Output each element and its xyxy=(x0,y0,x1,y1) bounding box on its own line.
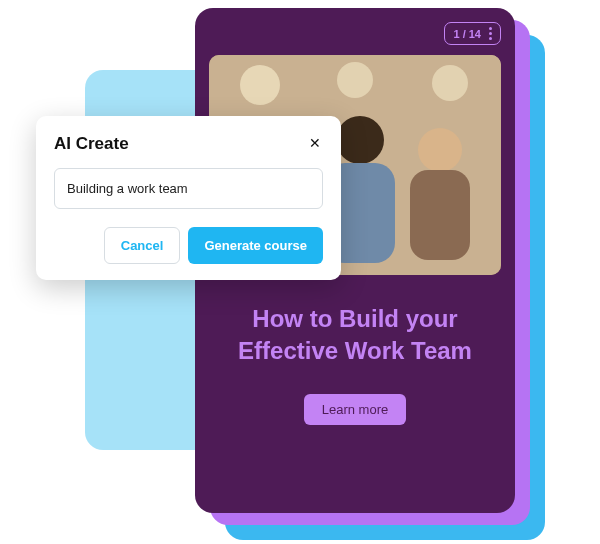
cancel-button[interactable]: Cancel xyxy=(104,227,181,264)
page-indicator-badge[interactable]: 1 / 14 xyxy=(444,22,501,45)
dialog-title: AI Create xyxy=(54,134,129,154)
generate-course-button[interactable]: Generate course xyxy=(188,227,323,264)
svg-point-3 xyxy=(432,65,468,101)
close-icon[interactable]: ✕ xyxy=(307,134,323,152)
svg-point-1 xyxy=(240,65,280,105)
svg-rect-9 xyxy=(410,170,470,260)
svg-point-8 xyxy=(418,128,462,172)
svg-point-2 xyxy=(337,62,373,98)
course-topic-input[interactable] xyxy=(54,168,323,209)
more-menu-icon[interactable] xyxy=(489,27,492,40)
course-top-row: 1 / 14 xyxy=(209,22,501,45)
learn-more-button[interactable]: Learn more xyxy=(304,394,406,425)
page-indicator-text: 1 / 14 xyxy=(453,28,481,40)
ai-create-dialog: AI Create ✕ Cancel Generate course xyxy=(36,116,341,280)
svg-point-6 xyxy=(336,116,384,164)
course-title: How to Build your Effective Work Team xyxy=(209,303,501,368)
